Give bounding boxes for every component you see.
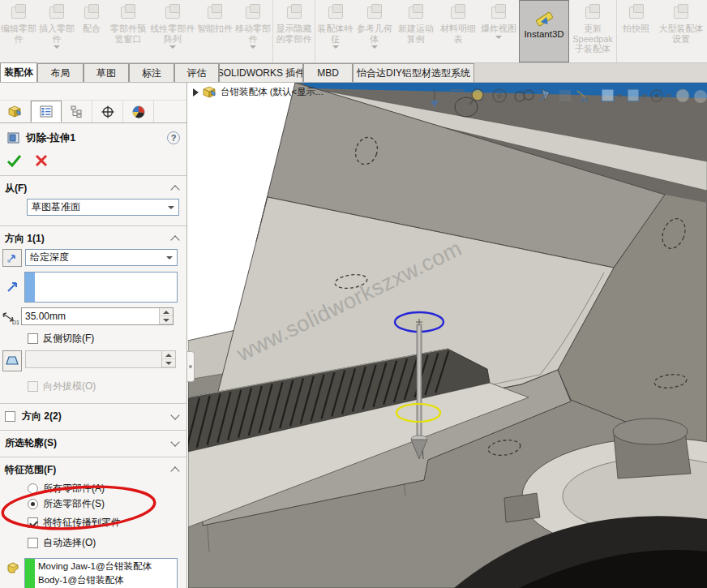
depth-input[interactable] — [22, 308, 159, 324]
spin-up-icon[interactable] — [160, 308, 173, 316]
tab-4[interactable]: 评估 — [174, 63, 219, 82]
dropdown-arrow-icon[interactable] — [54, 45, 60, 49]
3d-drawing-view-icon[interactable] — [559, 90, 571, 101]
toolbar-button-insert-components[interactable]: 插入零部件 — [37, 0, 76, 62]
view-settings-icon[interactable] — [676, 89, 689, 102]
toolbar-button-component-preview-window[interactable]: 零部件预览窗口 — [107, 0, 149, 62]
from-combobox[interactable]: 草图基准面 — [27, 199, 179, 216]
dimxpert-icon — [101, 105, 114, 118]
toolbar-button-icon — [46, 3, 67, 23]
dropdown-arrow-icon[interactable] — [371, 45, 378, 49]
tab-configuration-manager[interactable] — [62, 101, 92, 122]
section-direction2[interactable]: 方向 2(2) — [0, 409, 186, 423]
toolbar-button-icon — [488, 3, 509, 23]
toolbar-button-new-motion-study[interactable]: 新建运动算例 — [394, 0, 438, 62]
tab-3[interactable]: 标注 — [129, 63, 174, 82]
depth-d1-icon: D1 — [0, 309, 21, 325]
chevron-down-icon — [168, 206, 174, 209]
dropdown-arrow-icon[interactable] — [332, 45, 339, 49]
flyout-assembly-label[interactable]: 台钳装配体 (默认<显示... — [221, 86, 324, 98]
highlight-green-bar — [25, 559, 35, 588]
section-selected-contours[interactable]: 所选轮廓(S) — [0, 436, 186, 450]
end-condition-combobox[interactable]: 给定深度 — [25, 249, 178, 266]
component-item-1[interactable]: Body-1@台钳装配体 — [38, 573, 152, 587]
all-components-radio[interactable] — [28, 483, 38, 494]
direction-reference-selection-box[interactable] — [24, 272, 178, 303]
component-item-0[interactable]: Moving Jaw-1@台钳装配体 — [38, 560, 152, 573]
cancel-button[interactable] — [35, 154, 48, 167]
part-icon — [5, 561, 21, 575]
tab-property-manager[interactable] — [31, 101, 62, 122]
section-feature-scope[interactable]: 特征范围(F) — [0, 462, 186, 477]
spin-up-icon — [162, 351, 175, 359]
depth-spinbox[interactable] — [21, 307, 174, 325]
feature-manager-icon — [8, 105, 22, 118]
tab-dimxpert-manager[interactable] — [92, 101, 123, 122]
dropdown-arrow-icon[interactable] — [495, 36, 502, 39]
expand-icon[interactable] — [170, 437, 179, 446]
appearance-icon[interactable] — [694, 90, 707, 103]
toolbar-button-exploded-view[interactable]: 爆炸视图 — [478, 0, 519, 62]
flip-side-checkbox[interactable] — [28, 333, 38, 344]
toolbar-button-bill-of-materials[interactable]: 材料明细表 — [438, 0, 478, 62]
assembly-icon — [203, 86, 216, 98]
ok-button[interactable] — [6, 154, 22, 168]
dropdown-arrow-icon[interactable] — [169, 45, 176, 49]
tab-6[interactable]: MBD — [303, 63, 353, 82]
property-manager-icon — [40, 105, 53, 118]
feature-title-row: 切除-拉伸1 ? — [0, 128, 186, 148]
toolbar-button-large-assembly-settings[interactable]: 大型装配体设置 — [655, 0, 707, 62]
toolbar-button-icon — [582, 3, 603, 23]
toolbar-button-icon — [284, 3, 305, 23]
collapse-icon[interactable] — [170, 235, 179, 244]
tab-display-manager[interactable] — [123, 101, 154, 122]
toolbar-button-icon — [118, 3, 139, 23]
toolbar-button-reference-geometry[interactable]: 参考几何体 — [355, 0, 394, 62]
components-selection-box[interactable]: Moving Jaw-1@台钳装配体Body-1@台钳装配体 — [24, 558, 178, 588]
command-manager-tabs: 装配体 布局 草图 标注 评估 SOLIDWORKS 插件 MBD 怡合达DIY… — [0, 63, 707, 83]
toolbar-button-show-hidden-components[interactable]: 显示隐藏的零部件 — [272, 0, 315, 62]
tab-feature-manager[interactable] — [0, 101, 31, 122]
feature-title: 切除-拉伸1 — [26, 131, 167, 145]
propagate-feature-checkbox[interactable] — [28, 517, 38, 528]
tab-5[interactable]: SOLIDWORKS 插件 — [219, 63, 303, 82]
tab-2[interactable]: 草图 — [84, 63, 129, 82]
spin-down-icon[interactable] — [160, 316, 173, 324]
panel-splitter-handle[interactable] — [187, 351, 195, 382]
toolbar-button-assembly-features[interactable]: 装配体特征 — [315, 0, 355, 62]
ok-cancel-row — [0, 151, 186, 170]
collapse-icon[interactable] — [170, 466, 179, 475]
draft-button[interactable] — [2, 350, 22, 371]
toolbar-button-instant3d[interactable]: Instant3D — [519, 0, 569, 62]
toolbar-button-update-speedpak[interactable]: 更新 Speedpak 子装配体 — [569, 0, 616, 62]
section-direction1[interactable]: 方向 1(1) — [0, 231, 186, 246]
help-icon[interactable]: ? — [167, 131, 180, 144]
toolbar-button-linear-component-pattern[interactable]: 线性零部件阵列 — [149, 0, 196, 62]
graphics-viewport[interactable]: www.solidworkszxw.com A — [188, 83, 707, 588]
tab-1[interactable]: 布局 — [37, 63, 84, 82]
tab-7[interactable]: 怡合达DIY铝型材选型系统 — [353, 63, 474, 82]
toolbar-button-edit-component[interactable]: 编辑零部件 — [0, 0, 37, 62]
toolbar-button-icon — [8, 3, 29, 23]
tab-0[interactable]: 装配体 — [0, 62, 37, 82]
toolbar-button-move-component[interactable]: 移动零部件 — [234, 0, 272, 62]
display-style-icon[interactable] — [628, 89, 639, 101]
flyout-feature-tree[interactable]: 台钳装配体 (默认<显示... — [193, 86, 324, 98]
section-from[interactable]: 从(F) — [0, 181, 186, 195]
selected-components-radio[interactable] — [28, 499, 38, 509]
dropdown-arrow-icon[interactable] — [250, 45, 256, 49]
toolbar-button-icon — [81, 3, 102, 23]
direction-reference-icon — [5, 278, 21, 294]
toolbar-button-mate[interactable]: 配合 — [76, 0, 107, 62]
command-manager-toolbar: 编辑零部件 插入零部件 配合 零部件预览窗口 线性零部件阵列 智能扣件 — [0, 0, 707, 63]
view-orientation-icon[interactable] — [602, 89, 614, 101]
svg-text:D1: D1 — [12, 320, 19, 325]
toolbar-button-smart-fasteners[interactable]: 智能扣件 — [196, 0, 234, 62]
direction2-checkbox[interactable] — [5, 411, 15, 422]
collapse-icon[interactable] — [170, 185, 179, 194]
auto-select-checkbox[interactable] — [28, 538, 38, 548]
toolbar-button-take-snapshot[interactable]: 拍快照 — [616, 0, 655, 62]
reverse-direction-button[interactable] — [2, 249, 22, 267]
expand-tree-icon[interactable] — [193, 88, 199, 97]
expand-icon[interactable] — [170, 410, 179, 419]
